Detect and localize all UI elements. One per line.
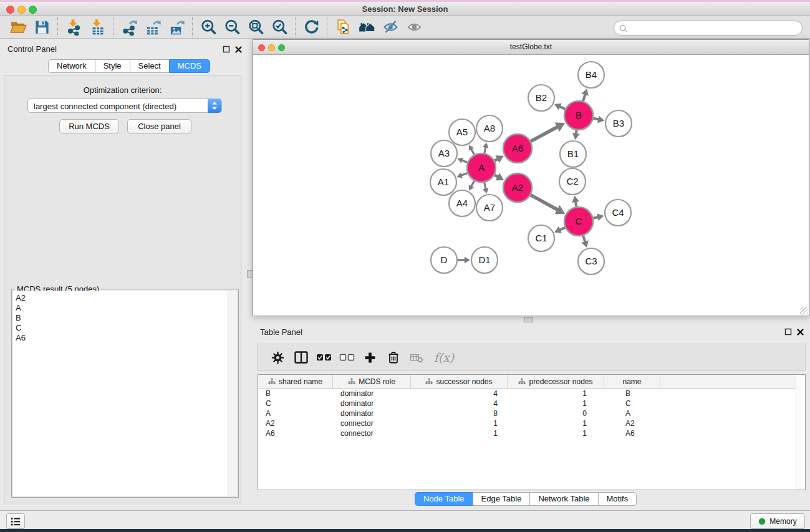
graph-node-C1[interactable]: C1 — [528, 225, 554, 251]
graph-node-A3[interactable]: A3 — [431, 140, 457, 167]
mcds-result-list[interactable]: A2ABCA6 — [13, 291, 228, 496]
zoom-selected-button[interactable] — [268, 18, 291, 37]
graph-edge-C-C2[interactable] — [572, 196, 579, 207]
zoom-in-button[interactable] — [196, 18, 220, 37]
graph-edge-A-A2[interactable] — [494, 173, 504, 180]
graph-edge-A-A6[interactable] — [494, 155, 504, 163]
graph-node-B1[interactable]: B1 — [560, 141, 586, 167]
memory-button[interactable]: Memory — [750, 513, 805, 529]
task-history-button[interactable] — [6, 513, 25, 529]
network-graph[interactable]: B4B2BB3A5A8A6B1A3AA1C2A2A4A7C4CC1C3DD1 — [254, 55, 808, 315]
graph-edge-D-D1[interactable] — [458, 257, 470, 264]
table-scrollbar[interactable] — [796, 375, 805, 490]
delete-column-button[interactable] — [382, 348, 405, 367]
mcds-result-item[interactable]: A — [16, 303, 228, 313]
column-header-MCDS-role[interactable]: MCDS role — [333, 375, 411, 388]
table-row[interactable]: A2connector11A2 — [258, 418, 805, 428]
open-session-button[interactable] — [6, 18, 30, 37]
graph-node-C2[interactable]: C2 — [559, 168, 586, 195]
new-network-from-selection-button[interactable] — [331, 18, 355, 37]
table-row[interactable]: A6connector11A6 — [258, 428, 805, 438]
control-panel-float-icon[interactable] — [223, 46, 231, 54]
function-builder-button[interactable]: f(x) — [428, 348, 460, 367]
graph-edge-A6-B[interactable] — [531, 122, 565, 141]
import-table-button[interactable] — [85, 18, 109, 37]
graph-edge-A-A7[interactable] — [483, 183, 488, 194]
tab-style[interactable]: Style — [95, 59, 130, 73]
export-image-button[interactable] — [165, 18, 188, 37]
tab-mcds[interactable]: MCDS — [169, 59, 210, 73]
graph-node-A7[interactable]: A7 — [476, 195, 503, 221]
node-table[interactable]: shared nameMCDS rolesuccessor nodesprede… — [258, 374, 806, 490]
tab-select[interactable]: Select — [130, 59, 170, 73]
graph-node-B4[interactable]: B4 — [578, 62, 604, 88]
column-header-predecessor-nodes[interactable]: predecessor nodes — [508, 375, 604, 388]
graph-node-C[interactable]: C — [564, 207, 593, 236]
graph-node-A2[interactable]: A2 — [503, 173, 532, 202]
table-panel-float-icon[interactable] — [784, 328, 793, 336]
resize-grip[interactable] — [800, 307, 808, 315]
tab-network[interactable]: Network — [48, 59, 95, 73]
tab-node-table[interactable]: Node Table — [415, 492, 473, 506]
optimization-criterion-select[interactable]: largest connected component (directed) — [27, 99, 222, 113]
graph-edge-A-A3[interactable] — [457, 158, 467, 163]
graph-edge-B-B4[interactable] — [581, 89, 588, 101]
column-header-name[interactable]: name — [604, 375, 660, 388]
mcds-result-item[interactable]: C — [16, 323, 228, 333]
graph-node-A4[interactable]: A4 — [449, 190, 475, 216]
table-options-gear-button[interactable] — [266, 348, 289, 367]
show-all-button[interactable] — [402, 18, 426, 37]
graph-edge-A-A8[interactable] — [483, 143, 488, 153]
graph-node-D1[interactable]: D1 — [471, 247, 498, 273]
graph-edge-C-C1[interactable] — [554, 226, 565, 233]
column-header-successor-nodes[interactable]: successor nodes — [411, 375, 508, 388]
search-input[interactable] — [614, 21, 803, 36]
mcds-result-item[interactable]: A2 — [16, 293, 228, 303]
graph-node-B[interactable]: B — [564, 101, 593, 130]
graph-edge-B-B2[interactable] — [554, 104, 565, 110]
zoom-out-button[interactable] — [220, 18, 244, 37]
column-visibility-button[interactable] — [289, 348, 312, 367]
graph-node-B3[interactable]: B3 — [605, 110, 632, 137]
column-header-shared-name[interactable]: shared name — [258, 375, 333, 388]
graph-node-A6[interactable]: A6 — [503, 134, 532, 163]
delete-table-button[interactable] — [405, 348, 428, 367]
mcds-list-scrollbar[interactable] — [228, 291, 237, 496]
graph-node-A[interactable]: A — [467, 153, 496, 182]
import-network-button[interactable] — [62, 18, 85, 37]
tab-motifs[interactable]: Motifs — [598, 492, 637, 506]
graph-edge-A-A5[interactable] — [469, 145, 475, 155]
select-all-button[interactable] — [312, 348, 335, 367]
mcds-result-item[interactable]: B — [16, 313, 228, 323]
graph-node-A1[interactable]: A1 — [430, 169, 456, 195]
table-row[interactable]: Cdominator41C — [258, 399, 805, 409]
graph-node-A5[interactable]: A5 — [449, 119, 475, 145]
table-row[interactable]: Adominator80A — [258, 409, 805, 418]
table-panel-close-icon[interactable] — [796, 328, 804, 336]
graph-edge-C-C3[interactable] — [581, 236, 588, 248]
graph-edge-C-C4[interactable] — [593, 213, 604, 221]
first-neighbors-button[interactable] — [355, 18, 378, 37]
tab-network-table[interactable]: Network Table — [529, 492, 598, 506]
graph-node-C4[interactable]: C4 — [605, 200, 631, 226]
graph-edge-A2-C[interactable] — [531, 195, 565, 215]
horizontal-split-handle[interactable] — [524, 317, 533, 322]
add-column-button[interactable] — [359, 348, 382, 367]
export-table-button[interactable] — [141, 18, 165, 37]
network-canvas[interactable]: B4B2BB3A5A8A6B1A3AA1C2A2A4A7C4CC1C3DD1 — [254, 55, 808, 315]
refresh-view-button[interactable] — [299, 18, 323, 37]
export-network-button[interactable] — [117, 18, 141, 37]
hide-selected-button[interactable] — [378, 18, 402, 37]
graph-edge-B-B3[interactable] — [594, 115, 605, 123]
control-panel-close-icon[interactable] — [234, 46, 243, 54]
graph-edge-B-B1[interactable] — [572, 130, 580, 140]
tab-edge-table[interactable]: Edge Table — [473, 492, 531, 506]
deselect-all-button[interactable] — [335, 348, 359, 367]
mcds-result-item[interactable]: A6 — [16, 333, 228, 343]
graph-edge-A-A1[interactable] — [457, 172, 468, 178]
zoom-fit-button[interactable] — [244, 18, 268, 37]
graph-node-C3[interactable]: C3 — [578, 248, 604, 274]
close-panel-button[interactable]: Close panel — [127, 119, 191, 133]
graph-node-B2[interactable]: B2 — [528, 85, 554, 111]
graph-node-A8[interactable]: A8 — [476, 115, 503, 142]
